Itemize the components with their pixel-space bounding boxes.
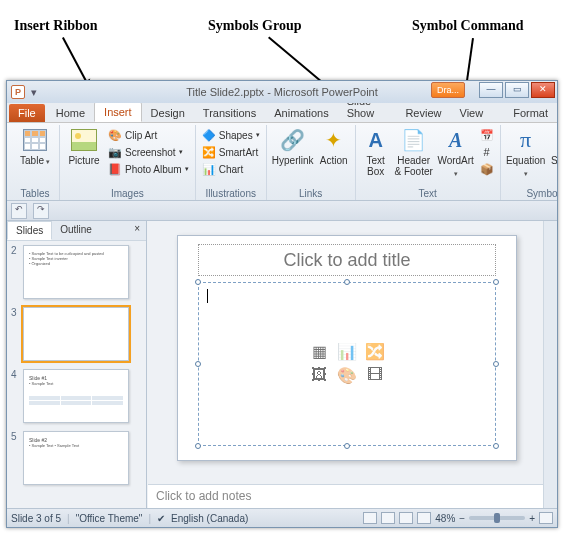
shapes-icon: 🔷	[202, 128, 216, 142]
redo-button[interactable]: ↷	[33, 203, 49, 219]
panetab-outline[interactable]: Outline	[52, 221, 100, 240]
view-reading-button[interactable]	[399, 512, 413, 524]
tab-design[interactable]: Design	[142, 104, 194, 122]
insert-picture-icon[interactable]: 🖼	[307, 366, 331, 386]
tab-animations[interactable]: Animations	[265, 104, 337, 122]
fit-to-window-button[interactable]	[539, 512, 553, 524]
insert-media-icon[interactable]: 🎞	[363, 366, 387, 386]
textbox-button[interactable]: A Text Box	[360, 125, 392, 177]
view-slideshow-button[interactable]	[417, 512, 431, 524]
symbol-button[interactable]: Ω Symbol	[549, 125, 557, 166]
zoom-in-button[interactable]: +	[529, 513, 535, 524]
action-button[interactable]: ✦ Action	[317, 125, 351, 166]
clipart-button[interactable]: 🎨Clip Art	[106, 127, 191, 143]
ribbon-insert: Table Tables Picture 🎨Clip Art 📷Screensh…	[7, 123, 557, 201]
content-area: Slides Outline × 2 • Sample Text to be c…	[7, 221, 557, 508]
zoom-slider[interactable]	[469, 516, 525, 520]
resize-handle[interactable]	[493, 361, 499, 367]
table-button[interactable]: Table	[15, 125, 55, 167]
restore-button[interactable]: ▭	[505, 82, 529, 98]
slide-editor[interactable]: Click to add title ▦ 📊 🔀	[147, 221, 557, 508]
view-normal-button[interactable]	[363, 512, 377, 524]
thumbnail-row[interactable]: 4 Slide #1 • Sample Text	[11, 369, 142, 423]
resize-handle[interactable]	[195, 279, 201, 285]
vertical-scrollbar[interactable]	[543, 221, 557, 508]
insert-chart-icon[interactable]: 📊	[335, 342, 359, 362]
spellcheck-icon[interactable]: ✔	[157, 513, 165, 524]
wordart-button[interactable]: A WordArt	[436, 125, 476, 179]
slide-number-button[interactable]: #	[478, 144, 496, 160]
thumbnail-list[interactable]: 2 • Sample Text to be cut/copied and pas…	[7, 241, 146, 508]
slide-thumbnail-5[interactable]: Slide #2 • Sample Text • Sample Text	[23, 431, 129, 485]
status-language[interactable]: English (Canada)	[171, 513, 248, 524]
date-icon: 📅	[480, 128, 494, 142]
undo-button[interactable]: ↶	[11, 203, 27, 219]
resize-handle[interactable]	[344, 279, 350, 285]
shapes-button[interactable]: 🔷Shapes ▾	[200, 127, 262, 143]
slide-thumbnail-2[interactable]: • Sample Text to be cut/copied and paste…	[23, 245, 129, 299]
resize-handle[interactable]	[344, 443, 350, 449]
title-placeholder[interactable]: Click to add title	[198, 244, 496, 276]
picture-icon	[71, 129, 97, 151]
tab-transitions[interactable]: Transitions	[194, 104, 265, 122]
date-time-button[interactable]: 📅	[478, 127, 496, 143]
hyperlink-button[interactable]: 🔗 Hyperlink	[271, 125, 315, 166]
photoalbum-button[interactable]: 📕Photo Album ▾	[106, 161, 191, 177]
equation-button[interactable]: π Equation	[505, 125, 547, 179]
close-button[interactable]: ✕	[531, 82, 555, 98]
qat-dropdown-icon[interactable]: ▾	[31, 86, 37, 99]
resize-handle[interactable]	[493, 279, 499, 285]
group-links: 🔗 Hyperlink ✦ Action Links	[267, 125, 356, 200]
thumbnail-row[interactable]: 2 • Sample Text to be cut/copied and pas…	[11, 245, 142, 299]
object-icon: 📦	[480, 162, 494, 176]
quick-access-row: ↶ ↷	[7, 201, 557, 221]
slide-thumbnail-4[interactable]: Slide #1 • Sample Text	[23, 369, 129, 423]
resize-handle[interactable]	[195, 443, 201, 449]
zoom-out-button[interactable]: −	[459, 513, 465, 524]
notes-pane[interactable]: Click to add notes	[148, 484, 543, 508]
insert-clipart-icon[interactable]: 🎨	[335, 366, 359, 386]
window-title: Title Slide2.pptx - Microsoft PowerPoint	[186, 86, 378, 98]
slides-pane: Slides Outline × 2 • Sample Text to be c…	[7, 221, 147, 508]
view-sorter-button[interactable]	[381, 512, 395, 524]
group-tables: Table Tables	[11, 125, 60, 200]
content-placeholder[interactable]: ▦ 📊 🔀 🖼 🎨 🎞	[198, 282, 496, 446]
tab-review[interactable]: Review	[396, 104, 450, 122]
screenshot-button[interactable]: 📷Screenshot ▾	[106, 144, 191, 160]
tab-insert[interactable]: Insert	[94, 102, 142, 122]
powerpoint-icon: P	[11, 85, 25, 99]
tab-home[interactable]: Home	[47, 104, 94, 122]
anno-insert-ribbon: Insert Ribbon	[14, 18, 98, 34]
pane-tabs: Slides Outline ×	[7, 221, 146, 241]
group-illustrations: 🔷Shapes ▾ 🔀SmartArt 📊Chart Illustrations	[196, 125, 267, 200]
zoom-level[interactable]: 48%	[435, 513, 455, 524]
tab-view[interactable]: View	[451, 104, 493, 122]
drawing-tools-contextual-tab[interactable]: Dra...	[431, 82, 465, 98]
tab-format[interactable]: Format	[504, 104, 557, 122]
group-images: Picture 🎨Clip Art 📷Screenshot ▾ 📕Photo A…	[60, 125, 196, 200]
panetab-close[interactable]: ×	[128, 221, 146, 240]
slide-canvas[interactable]: Click to add title ▦ 📊 🔀	[177, 235, 517, 461]
chart-button[interactable]: 📊Chart	[200, 161, 262, 177]
group-text: A Text Box 📄 Header & Footer A WordArt 📅…	[356, 125, 501, 200]
headerfooter-button[interactable]: 📄 Header & Footer	[394, 125, 434, 177]
panetab-slides[interactable]: Slides	[7, 221, 52, 240]
wordart-icon: A	[442, 127, 470, 153]
powerpoint-window: P ▾ Title Slide2.pptx - Microsoft PowerP…	[6, 80, 558, 528]
slide-thumbnail-3[interactable]	[23, 307, 129, 361]
resize-handle[interactable]	[493, 443, 499, 449]
object-button[interactable]: 📦	[478, 161, 496, 177]
symbol-icon: Ω	[554, 127, 557, 153]
tab-file[interactable]: File	[9, 104, 45, 122]
minimize-button[interactable]: —	[479, 82, 503, 98]
content-placeholder-icons[interactable]: ▦ 📊 🔀 🖼 🎨 🎞	[307, 342, 387, 386]
insert-smartart-icon[interactable]: 🔀	[363, 342, 387, 362]
titlebar[interactable]: P ▾ Title Slide2.pptx - Microsoft PowerP…	[7, 81, 557, 103]
resize-handle[interactable]	[195, 361, 201, 367]
insert-table-icon[interactable]: ▦	[307, 342, 331, 362]
table-icon	[23, 129, 47, 151]
thumbnail-row[interactable]: 3	[11, 307, 142, 361]
thumbnail-row[interactable]: 5 Slide #2 • Sample Text • Sample Text	[11, 431, 142, 485]
picture-button[interactable]: Picture	[64, 125, 104, 166]
smartart-button[interactable]: 🔀SmartArt	[200, 144, 262, 160]
